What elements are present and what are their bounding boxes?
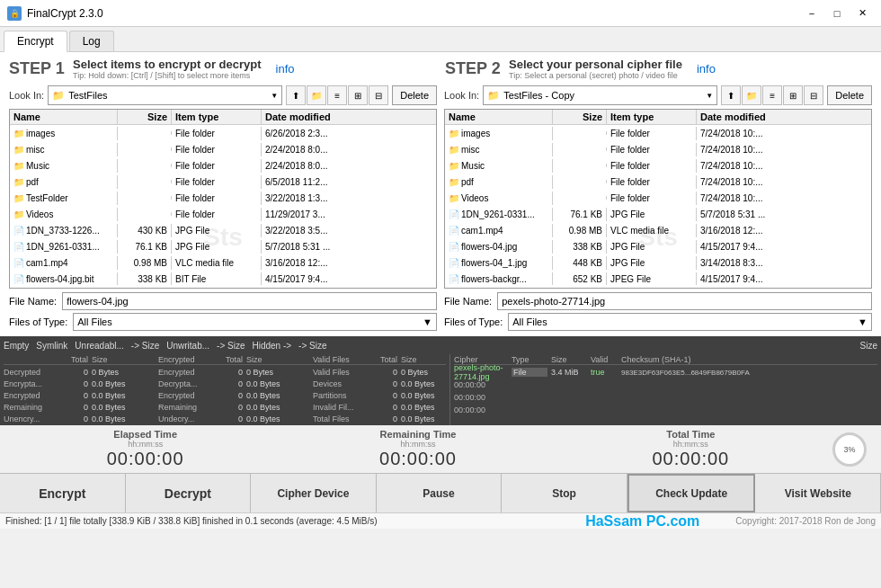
minimize-button[interactable]: − <box>800 5 823 22</box>
list-item[interactable]: 📁 Videos File folder 11/29/2017 3... <box>10 206 436 222</box>
col-header-name-2[interactable]: Name <box>445 110 553 124</box>
lookin-combo-1[interactable]: 📁 TestFiles ▼ <box>48 85 282 105</box>
pause-button[interactable]: Pause <box>377 474 503 512</box>
list-item[interactable]: 📄 flowers-04_1.jpg 448 KB JPG File 3/14/… <box>445 254 871 271</box>
file-name: 1DN_9261-0331... <box>26 242 100 252</box>
col-header-size-2[interactable]: Size <box>553 110 607 124</box>
close-button[interactable]: ✕ <box>850 5 874 22</box>
file-name: cam1.mp4 <box>461 226 503 236</box>
stats-rows: Decrypted 0 0 Bytes Encrypted 0 0 Bytes … <box>4 366 446 424</box>
list-item[interactable]: 📁 pdf File folder 7/24/2018 10:... <box>445 174 871 190</box>
lookin-combo-2[interactable]: 📁 TestFiles - Copy ▼ <box>483 85 717 105</box>
step2-info-link[interactable]: info <box>697 62 716 76</box>
sb-arrow3: -> Size <box>298 341 326 351</box>
tab-encrypt[interactable]: Encrypt <box>4 31 67 52</box>
file-name: images <box>26 129 55 138</box>
maximize-button[interactable]: □ <box>825 5 849 22</box>
timers-progress-row: Elapsed Time hh:mm:ss 00:00:00 Remaining… <box>0 425 881 473</box>
col-header-date-2[interactable]: Date modified <box>697 110 871 124</box>
list-item[interactable]: 📄 cam1.mp4 0.98 MB VLC media file 3/16/2… <box>445 222 871 238</box>
filename-input-2[interactable] <box>497 292 872 310</box>
tb-icon-grid-2[interactable]: ⊟ <box>804 85 823 105</box>
tb-icon-detail-2[interactable]: ⊞ <box>783 85 803 105</box>
filetype-row-2: Files of Type: All Files ▼ <box>444 313 872 331</box>
tab-log[interactable]: Log <box>69 31 114 51</box>
tb-icon-list[interactable]: ≡ <box>327 85 347 105</box>
col-header-type-1[interactable]: Item type <box>172 110 262 124</box>
file-icon: 📄 <box>13 242 24 252</box>
delete-btn-2[interactable]: Delete <box>827 85 872 105</box>
col-header-type-2[interactable]: Item type <box>607 110 697 124</box>
file-icon: 📁 <box>449 129 459 138</box>
lookin-value-1: TestFiles <box>68 90 107 101</box>
sb-unreadable: Unreadabl... <box>75 341 123 351</box>
decrypt-button[interactable]: Decrypt <box>126 474 252 512</box>
file-icon: 📁 <box>449 161 459 171</box>
file-list-header-1: Name Size Item type Date modified <box>10 110 436 125</box>
file-icon: 📁 <box>449 145 459 155</box>
check-update-button[interactable]: Check Update <box>627 474 756 512</box>
progress-section: 3% <box>827 432 872 467</box>
filename-label-1: File Name: <box>9 296 57 307</box>
filetype-row-1: Files of Type: All Files ▼ <box>9 313 437 331</box>
filetype-select-1[interactable]: All Files ▼ <box>73 313 437 331</box>
list-item[interactable]: 📄 1DN_9261-0331... 76.1 KB JPG File 5/7/… <box>445 206 871 222</box>
col-header-date-1[interactable]: Date modified <box>262 110 436 124</box>
sb-empty: Empty <box>4 341 29 351</box>
tb-icon-list-2[interactable]: ≡ <box>762 85 782 105</box>
footer-copyright: Copyright: 2017-2018 Ron de Jong <box>735 516 876 526</box>
list-item[interactable]: 📁 images File folder 6/26/2018 2:3... <box>10 125 436 141</box>
delete-btn-1[interactable]: Delete <box>392 85 437 105</box>
list-item[interactable]: 📄 cam1.mp4 0.98 MB VLC media file 3/16/2… <box>10 254 436 271</box>
visit-website-button[interactable]: Visit Website <box>755 474 881 512</box>
col-header-name-1[interactable]: Name <box>10 110 118 124</box>
list-item[interactable]: 📁 misc File folder 7/24/2018 10:... <box>445 141 871 157</box>
tb-icon-parent[interactable]: ⬆ <box>286 85 306 105</box>
step2-number: STEP 2 <box>445 59 503 78</box>
tb-icon-parent-2[interactable]: ⬆ <box>721 85 741 105</box>
list-item[interactable]: 📄 flowers-04.jpg.bit 338 KB BIT File 4/1… <box>10 271 436 285</box>
file-icon: 📄 <box>449 242 459 252</box>
cipher-device-button[interactable]: Cipher Device <box>251 474 377 512</box>
cipher-size: 3.4 MiB <box>551 368 587 377</box>
filetype-label-2: Files of Type: <box>444 316 503 327</box>
total-timer: Total Time hh:mm:ss 00:00:00 <box>652 429 729 469</box>
stop-button[interactable]: Stop <box>502 474 627 512</box>
filename-input-1[interactable] <box>62 292 437 310</box>
list-item[interactable]: 📄 1DN_3733-1226... 430 KB JPG File 3/22/… <box>10 222 436 238</box>
sb-hidden: Hidden -> <box>252 341 291 351</box>
file-list-body-2: 📁 images File folder 7/24/2018 10:... 📁 … <box>445 125 871 285</box>
stats-row: Encrypta... 0 0.0 Bytes Decrypta... 0 0.… <box>4 378 446 389</box>
list-item[interactable]: 📄 flowers-04.jpg 338 KB JPG File 4/15/20… <box>445 238 871 254</box>
tb-icon-detail[interactable]: ⊞ <box>348 85 368 105</box>
list-item[interactable]: 📁 images File folder 7/24/2018 10:... <box>445 125 871 141</box>
list-item[interactable]: 📄 flowers-backgr... 652 KB JPEG File 4/1… <box>445 271 871 285</box>
tb-icon-grid[interactable]: ⊟ <box>369 85 388 105</box>
step1-title: Select items to encrypt or decrypt <box>73 58 262 71</box>
list-item[interactable]: 📁 pdf File folder 6/5/2018 11:2... <box>10 174 436 190</box>
stats-right-header: Cipher Type Size Valid Checksum (SHA-1) <box>454 355 877 365</box>
tb-icon-newdir-2[interactable]: 📁 <box>742 85 761 105</box>
file-name: Music <box>26 161 49 171</box>
list-item[interactable]: 📁 misc File folder 2/24/2018 8:0... <box>10 141 436 157</box>
list-item[interactable]: 📁 Music File folder 2/24/2018 8:0... <box>10 157 436 174</box>
file-name: TestFolder <box>26 193 68 203</box>
file-icon: 📁 <box>13 193 24 203</box>
step2-block: STEP 2 Select your personal cipher file … <box>436 58 872 80</box>
list-item[interactable]: 📁 TestFolder File folder 3/22/2018 1:3..… <box>10 190 436 206</box>
step1-info-link[interactable]: info <box>276 62 295 76</box>
col-header-size-1[interactable]: Size <box>118 110 172 124</box>
tb-icon-newdir[interactable]: 📁 <box>307 85 326 105</box>
encrypt-button[interactable]: Encrypt <box>0 474 126 512</box>
list-item[interactable]: 📁 Music File folder 7/24/2018 10:... <box>445 157 871 174</box>
file-name: flowers-04.jpg <box>461 242 517 252</box>
combo-arrow-1: ▼ <box>271 92 278 100</box>
title-bar: 🔒 FinalCrypt 2.3.0 − □ ✕ <box>0 0 881 27</box>
sb-size: Size <box>860 341 877 351</box>
list-item[interactable]: 📄 1DN_9261-0331... 76.1 KB JPG File 5/7/… <box>10 238 436 254</box>
filetype-select-2[interactable]: All Files ▼ <box>508 313 872 331</box>
main-content: STEP 1 Select items to encrypt or decryp… <box>0 52 881 336</box>
file-icon: 📁 <box>13 145 24 155</box>
total-sub: hh:mm:ss <box>652 440 729 449</box>
list-item[interactable]: 📁 Videos File folder 7/24/2018 10:... <box>445 190 871 206</box>
